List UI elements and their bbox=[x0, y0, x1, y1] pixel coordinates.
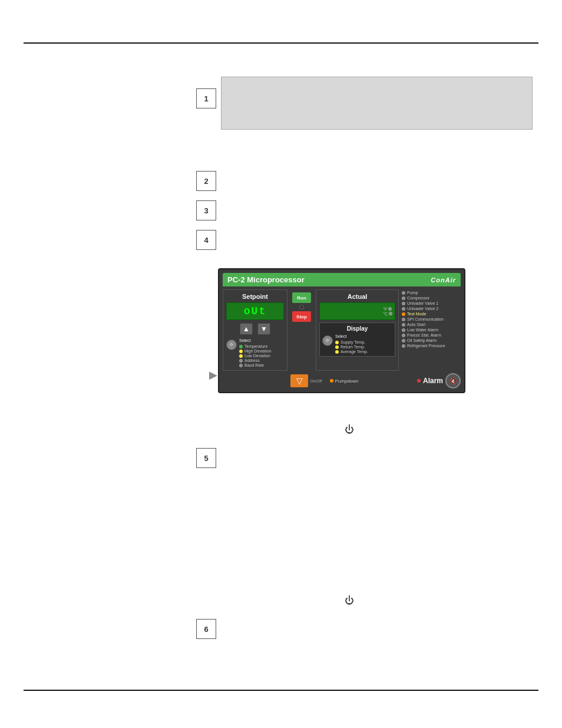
ind-oil-safety-dot bbox=[402, 339, 405, 342]
drain-button[interactable]: ▽ bbox=[290, 374, 308, 387]
ind-compressor-dot bbox=[402, 297, 405, 300]
up-arrow-button[interactable]: ▲ bbox=[240, 323, 253, 335]
pc2-panel-wrap: PC-2 Microprocessor ConAir Setpoint oUt … bbox=[218, 268, 465, 393]
ind-return-label: Return Temp. bbox=[340, 345, 365, 349]
arrow-row: ▲ ▼ bbox=[226, 323, 284, 335]
ind-unloader2: Unloader Valve 2 bbox=[402, 307, 461, 311]
alarm-section: Alarm 🔇 bbox=[417, 373, 461, 388]
silence-button[interactable]: 🔇 bbox=[445, 373, 461, 388]
ind-low-deviation-label: Low Deviation bbox=[244, 354, 270, 358]
temp-f-label: °F bbox=[383, 307, 387, 311]
setpoint-section: Setpoint oUt ▲ ▼ ⟳ Select Temperature bbox=[223, 289, 287, 371]
ind-unloader1-label: Unloader Valve 1 bbox=[407, 301, 438, 305]
pc2-panel: PC-2 Microprocessor ConAir Setpoint oUt … bbox=[218, 268, 465, 393]
ind-low-water-dot bbox=[402, 328, 405, 332]
ind-unloader1-dot bbox=[402, 302, 405, 305]
ind-oil-safety: Oil Safety Alarm bbox=[402, 338, 461, 342]
temp-f-dot bbox=[388, 307, 392, 311]
ind-temperature-label: Temperature bbox=[244, 344, 267, 348]
pc2-body: Setpoint oUt ▲ ▼ ⟳ Select Temperature bbox=[223, 289, 461, 371]
display-sub-label: Display bbox=[322, 325, 392, 332]
pumpdown-area: Pumpdown bbox=[330, 378, 359, 384]
ind-freeze-stat-label: Freeze Stat. Alarm bbox=[407, 333, 441, 337]
power-icon-callout-1: ⏻ bbox=[345, 424, 354, 435]
ind-pump: Pump bbox=[402, 291, 461, 295]
step-box-5: 5 bbox=[196, 448, 216, 468]
ind-auto-start-dot bbox=[402, 323, 405, 327]
stop-button[interactable]: Stop bbox=[292, 311, 311, 322]
actual-section: Actual °F °C Display bbox=[316, 289, 399, 371]
ind-freeze-stat-dot bbox=[402, 334, 405, 337]
setpoint-select-knob[interactable]: ⟳ bbox=[226, 340, 237, 350]
display-select-label: Select bbox=[335, 334, 368, 338]
drain-area: ▽ On/Off bbox=[290, 374, 322, 387]
ind-address: Address bbox=[239, 358, 272, 363]
ind-address-dot bbox=[239, 359, 243, 363]
pc2-bottom-row: ▽ On/Off Pumpdown Alarm 🔇 bbox=[223, 373, 461, 388]
ind-compressor: Compressor bbox=[402, 296, 461, 300]
ind-average-temp: Average Temp. bbox=[335, 350, 368, 354]
setpoint-display: oUt bbox=[226, 302, 284, 320]
display-select-knob[interactable]: ⟳ bbox=[322, 335, 333, 346]
run-indicator-dot bbox=[299, 305, 304, 309]
ind-baud-rate: Baud Rate bbox=[239, 363, 272, 367]
ind-auto-start-label: Auto Start bbox=[407, 322, 425, 327]
bottom-rule bbox=[24, 690, 538, 691]
arrow-pointer: ▶ bbox=[209, 368, 217, 381]
ind-return-dot bbox=[335, 345, 339, 349]
alarm-dot bbox=[417, 379, 421, 383]
ind-spi: SPI Communication bbox=[402, 317, 461, 321]
step-box-3: 3 bbox=[196, 200, 216, 220]
ind-baud-rate-label: Baud Rate bbox=[244, 363, 264, 367]
display-select-row: ⟳ Select Supply Temp. Return Temp. bbox=[322, 334, 392, 354]
step-box-1: 1 bbox=[196, 88, 216, 108]
ind-low-deviation: Low Deviation bbox=[239, 354, 272, 358]
setpoint-indicators: Select Temperature High Deviation Low De… bbox=[239, 338, 272, 367]
ind-return-temp: Return Temp. bbox=[335, 345, 368, 349]
run-stop-section: Run Stop bbox=[290, 289, 313, 371]
ind-refrigerant: Refrigerant Pressure bbox=[402, 344, 461, 348]
ind-high-deviation-dot bbox=[239, 350, 243, 353]
step-box-6: 6 bbox=[196, 619, 216, 639]
ind-pump-dot bbox=[402, 291, 405, 295]
top-rule bbox=[24, 42, 538, 44]
ind-test-mode-dot bbox=[402, 312, 405, 316]
ind-pump-label: Pump bbox=[407, 291, 418, 295]
conair-logo: ConAir bbox=[431, 276, 456, 284]
ind-compressor-label: Compressor bbox=[407, 296, 429, 300]
temp-f-row: °F bbox=[383, 307, 392, 311]
ind-unloader1: Unloader Valve 1 bbox=[402, 301, 461, 305]
display-sub-section: Display ⟳ Select Supply Temp. bbox=[319, 322, 395, 357]
ind-refrigerant-dot bbox=[402, 344, 405, 348]
drain-labels: On/Off bbox=[310, 379, 322, 383]
ind-temperature-dot bbox=[239, 345, 243, 348]
ind-auto-start: Auto Start bbox=[402, 322, 461, 327]
ind-supply-temp: Supply Temp. bbox=[335, 340, 368, 344]
ind-refrigerant-label: Refrigerant Pressure bbox=[407, 344, 445, 348]
ind-high-deviation: High Deviation bbox=[239, 349, 272, 353]
ind-test-mode-label: Test Mode bbox=[407, 312, 426, 316]
on-off-label: On/Off bbox=[310, 379, 322, 383]
ind-low-deviation-dot bbox=[239, 354, 243, 358]
setpoint-select-row: ⟳ Select Temperature High Deviation bbox=[226, 338, 284, 367]
ind-low-water-label: Low Water Alarm bbox=[407, 328, 438, 332]
ind-baud-rate-dot bbox=[239, 364, 243, 367]
temp-units: °F °C bbox=[383, 307, 392, 316]
select-label: Select bbox=[239, 338, 272, 342]
run-button[interactable]: Run bbox=[292, 292, 311, 303]
right-indicators: Pump Compressor Unloader Valve 1 Unloade… bbox=[402, 289, 461, 371]
step-box-2: 2 bbox=[196, 171, 216, 191]
setpoint-label: Setpoint bbox=[226, 293, 284, 300]
ind-unloader2-label: Unloader Valve 2 bbox=[407, 307, 438, 311]
temp-c-row: °C bbox=[383, 312, 392, 316]
actual-label: Actual bbox=[319, 293, 395, 300]
down-arrow-button[interactable]: ▼ bbox=[257, 323, 270, 335]
pc2-header: PC-2 Microprocessor ConAir bbox=[223, 273, 461, 286]
ind-freeze-stat: Freeze Stat. Alarm bbox=[402, 333, 461, 337]
pumpdown-label: Pumpdown bbox=[335, 378, 359, 384]
power-icon-callout-2: ⏻ bbox=[345, 595, 354, 606]
ind-low-water: Low Water Alarm bbox=[402, 328, 461, 332]
info-box bbox=[221, 77, 533, 130]
actual-display: °F °C bbox=[319, 302, 395, 320]
ind-high-deviation-label: High Deviation bbox=[244, 349, 272, 353]
